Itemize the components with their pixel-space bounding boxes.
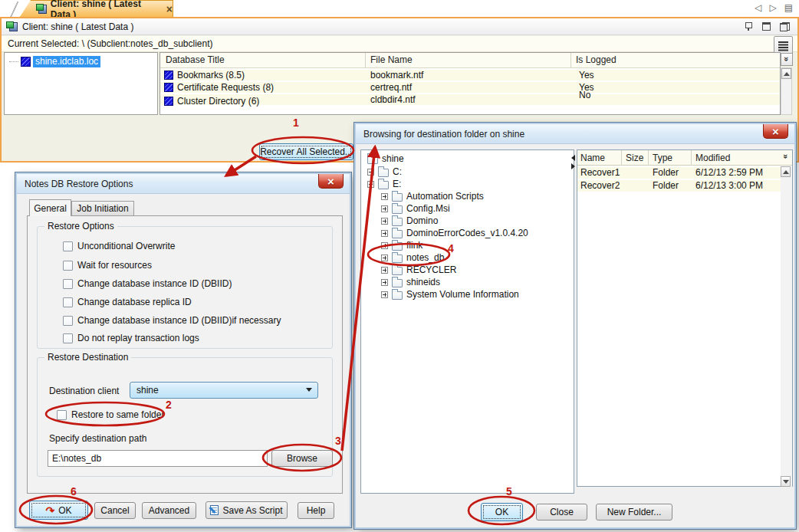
checkbox-icon[interactable] (63, 261, 73, 271)
col-size[interactable]: Size (626, 153, 643, 163)
checkbox-icon[interactable] (63, 241, 73, 251)
restore-dialog-title-bar[interactable]: Notes DB Restore Options (17, 174, 350, 194)
table-row[interactable]: Cluster Directory (6) cldbdir4.ntf No (160, 94, 780, 105)
browsing-destination-dialog: Browsing for destination folder on shine… (354, 123, 796, 529)
destination-client-combo[interactable]: shine (130, 382, 318, 399)
tree-item-dominoerrorcodes[interactable]: DominoErrorCodes_v1.0.4.20 (381, 227, 528, 239)
recover-all-selected-button[interactable]: Recover All Selected... (259, 143, 353, 160)
help-button[interactable]: Help (298, 502, 334, 519)
checkbox-no-replay-transaction-logs[interactable]: Do not replay transaction logs (63, 332, 199, 344)
expand-icon[interactable] (381, 291, 388, 298)
checkbox-icon[interactable] (57, 410, 67, 420)
column-chooser-icon[interactable] (781, 154, 791, 159)
expand-icon[interactable] (381, 205, 388, 212)
list-scrollbar[interactable] (781, 166, 792, 487)
expand-icon[interactable] (381, 279, 388, 286)
column-separator (570, 53, 571, 68)
cell-modified: 6/12/13 3:00 PM (695, 180, 763, 191)
checkbox-label: Change database instance ID (DBIID)if ne… (77, 315, 281, 326)
destination-client-value: shine (136, 385, 159, 396)
expand-icon[interactable] (367, 169, 374, 176)
database-icon (164, 83, 173, 92)
save-as-script-button[interactable]: Save As Script (206, 501, 288, 519)
cancel-button[interactable]: Cancel (94, 502, 136, 519)
tree-item-config-msi[interactable]: Config.Msi (381, 202, 450, 215)
tree-item-system-volume-information[interactable]: System Volume Information (381, 288, 519, 300)
restore-icon[interactable] (780, 22, 790, 31)
new-folder-button[interactable]: New Folder... (596, 504, 672, 521)
tree-item-shineids[interactable]: shineids (381, 276, 440, 288)
tree-label: C: (393, 166, 402, 177)
destination-path-input[interactable] (48, 450, 268, 467)
tab-general[interactable]: General (29, 199, 71, 216)
tab-list-icon[interactable] (784, 2, 793, 13)
collapse-icon[interactable] (367, 181, 374, 188)
expand-icon[interactable] (381, 242, 388, 249)
tree-item-automation-scripts[interactable]: Automation Scripts (381, 190, 484, 202)
checkbox-icon[interactable] (63, 333, 73, 343)
checkbox-restore-to-same-folder[interactable]: Restore to same folder (57, 409, 164, 421)
nav-back-icon[interactable] (755, 2, 761, 13)
tree-item-c-drive[interactable]: C: (367, 166, 402, 178)
splitter-arrows[interactable] (571, 155, 575, 169)
table-row[interactable]: Bookmarks (8.5) bookmark.ntf Yes (160, 70, 780, 80)
tree-item-recycler[interactable]: RECYCLER (381, 264, 456, 276)
expand-icon[interactable] (381, 267, 388, 274)
scroll-up-button[interactable] (781, 68, 791, 79)
expand-icon[interactable] (381, 218, 388, 225)
col-type[interactable]: Type (653, 153, 672, 163)
table-row[interactable]: Certificate Requests (8) certreq.ntf Yes (160, 82, 780, 93)
checkbox-change-replica-id[interactable]: Change database replica ID (63, 296, 192, 308)
nav-forward-icon[interactable] (769, 2, 776, 13)
table-scrollbar[interactable] (781, 67, 792, 115)
cell-type: Folder (653, 180, 679, 191)
scroll-up-button[interactable] (781, 166, 791, 177)
advanced-button[interactable]: Advanced (142, 502, 196, 519)
checkbox-icon[interactable] (63, 316, 73, 326)
expand-icon[interactable] (381, 255, 388, 261)
column-chooser-button[interactable] (781, 53, 793, 66)
expand-icon[interactable] (381, 230, 388, 237)
tree-item-shine[interactable]: shine.idclab.loc (9, 56, 100, 67)
close-button[interactable] (318, 174, 344, 189)
ok-button[interactable]: OK (29, 501, 88, 520)
scroll-down-button[interactable] (781, 476, 791, 487)
tree-item-shine-root[interactable]: shine (367, 153, 404, 165)
tree-item-flink[interactable]: flink (381, 239, 423, 251)
col-name[interactable]: Name (580, 153, 605, 163)
folder-icon (378, 169, 389, 177)
col-database-title[interactable]: Database Title (166, 54, 225, 65)
list-row-recover2[interactable]: Recover2 Folder 6/12/13 3:00 PM (577, 180, 792, 192)
checkbox-change-dbiid-if-necessary[interactable]: Change database instance ID (DBIID)if ne… (63, 314, 281, 327)
tree-item-domino[interactable]: Domino (381, 215, 438, 227)
close-button[interactable] (763, 124, 788, 139)
browse-dialog-title-bar[interactable]: Browsing for destination folder on shine (356, 124, 794, 144)
close-button-bottom[interactable]: Close (536, 504, 587, 521)
tab-client-shine[interactable]: Client: shine ( Latest Data ) (20, 0, 173, 17)
expand-icon[interactable] (381, 193, 388, 200)
list-row-recover1[interactable]: Recover1 Folder 6/12/13 2:59 PM (577, 167, 792, 179)
checkbox-icon[interactable] (63, 297, 73, 307)
ok-button[interactable]: OK (481, 503, 523, 521)
maximize-icon[interactable] (762, 22, 771, 31)
cell-title: Cluster Directory (6) (177, 96, 259, 107)
annotation-step-6: 6 (71, 485, 77, 498)
cell-logged: Yes (579, 70, 594, 80)
tab-close-icon[interactable] (166, 3, 173, 15)
col-is-logged[interactable]: Is Logged (576, 54, 617, 65)
database-icon (164, 71, 173, 80)
checkbox-icon[interactable] (63, 279, 73, 289)
checkbox-unconditional-overwrite[interactable]: Unconditional Overwrite (63, 240, 175, 252)
checkbox-change-dbiid[interactable]: Change database instance ID (DBIID) (63, 277, 232, 290)
pin-icon[interactable] (745, 21, 753, 31)
col-modified[interactable]: Modified (695, 153, 730, 163)
tab-job-initiation-label: Job Initiation (77, 203, 128, 214)
tree-item-notes-db[interactable]: notes_db (381, 251, 444, 264)
col-file-name[interactable]: File Name (370, 54, 413, 65)
tree-item-e-drive[interactable]: E: (367, 178, 401, 190)
close-label: Close (550, 507, 574, 517)
browse-button[interactable]: Browse (271, 450, 333, 467)
checkbox-wait-for-resources[interactable]: Wait for resources (63, 259, 152, 271)
current-selected-bar: Current Selected: \ (Subclient:notes_db_… (2, 36, 797, 52)
tab-job-initiation[interactable]: Job Initiation (71, 201, 134, 216)
